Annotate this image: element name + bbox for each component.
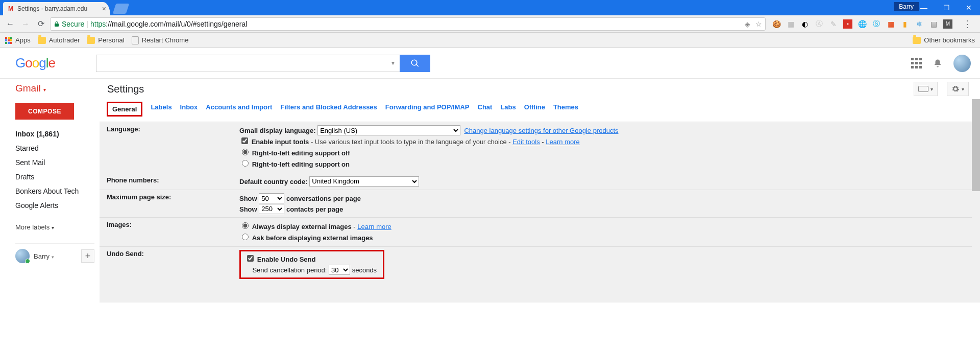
tab-strip: M Settings - barry.adam.edu ×: [0, 0, 128, 15]
hangout-name[interactable]: Barry ▾: [34, 252, 54, 260]
country-code-select[interactable]: United Kingdom: [309, 176, 419, 187]
tab-offline[interactable]: Offline: [524, 103, 545, 118]
contacts-suffix: contacts per page: [286, 205, 343, 213]
google-apps-icon[interactable]: [911, 58, 922, 68]
other-bookmarks[interactable]: Other bookmarks: [913, 36, 975, 44]
settings-gear-button[interactable]: ▾: [947, 82, 969, 96]
search-wrap: ▼: [96, 55, 430, 72]
conversations-per-page-select[interactable]: 50: [259, 193, 284, 203]
always-display-label: Always display external images: [252, 223, 352, 230]
rtl-on-radio[interactable]: [242, 160, 249, 167]
lock-icon: [54, 21, 60, 27]
row-undo-send: Undo Send: Enable Undo Send Send cancell…: [100, 247, 980, 282]
folder-icon: [38, 37, 46, 44]
ext-icon[interactable]: ▦: [886, 19, 895, 29]
ask-display-radio[interactable]: [242, 234, 249, 240]
ext-icon[interactable]: ✎: [829, 19, 838, 29]
learn-more-link[interactable]: Learn more: [546, 138, 579, 146]
sidebar-item-sent[interactable]: Sent Mail: [15, 155, 94, 170]
compose-button[interactable]: COMPOSE: [15, 103, 74, 120]
apps-shortcut[interactable]: Apps: [5, 36, 31, 44]
display-language-label: Gmail display language:: [239, 127, 316, 134]
learn-more-link[interactable]: Learn more: [357, 223, 391, 230]
tab-chat[interactable]: Chat: [478, 103, 493, 118]
close-window-button[interactable]: ✕: [958, 0, 980, 15]
browser-titlebar: M Settings - barry.adam.edu × Barry — ☐ …: [0, 0, 980, 15]
tab-themes[interactable]: Themes: [553, 103, 578, 118]
sidebar-item-starred[interactable]: Starred: [15, 141, 94, 155]
ext-icon[interactable]: 🌐: [857, 19, 867, 29]
row-pagesize: Maximum page size: Show 50 conversations…: [100, 190, 980, 218]
tab-forwarding[interactable]: Forwarding and POP/IMAP: [385, 103, 470, 118]
hangouts-self: Barry ▾ +: [15, 243, 94, 263]
ext-icon[interactable]: Ⓢ: [872, 19, 881, 29]
tab-close-icon[interactable]: ×: [102, 5, 106, 13]
always-display-radio[interactable]: [242, 222, 249, 229]
chrome-menu-icon[interactable]: ⋮: [959, 18, 976, 30]
ext-icon[interactable]: ▤: [929, 19, 938, 29]
cancellation-period-select[interactable]: 30: [329, 265, 350, 275]
sidebar-item-label[interactable]: Google Alerts: [15, 198, 94, 213]
bookmarks-bar: Apps Autotrader Personal Restart Chrome …: [0, 33, 980, 48]
notifications-icon[interactable]: [933, 59, 942, 68]
tab-labels[interactable]: Labels: [151, 103, 172, 118]
new-hangout-button[interactable]: +: [81, 249, 94, 263]
minimize-button[interactable]: —: [913, 0, 935, 15]
new-tab-button[interactable]: [113, 4, 129, 14]
scrollbar[interactable]: [972, 99, 980, 303]
ext-icon[interactable]: M: [943, 19, 952, 29]
settings-area: Language: Gmail display language: Englis…: [100, 122, 980, 303]
account-avatar[interactable]: [953, 55, 971, 72]
sidebar-item-drafts[interactable]: Drafts: [15, 170, 94, 184]
sidebar-item-inbox[interactable]: Inbox (1,861): [15, 127, 94, 141]
browser-tab[interactable]: M Settings - barry.adam.edu ×: [3, 2, 110, 15]
enable-undo-send-checkbox[interactable]: [247, 255, 254, 262]
contacts-per-page-select[interactable]: 250: [259, 204, 284, 214]
tab-accounts[interactable]: Accounts and Import: [206, 103, 272, 118]
settings-content: General Labels Inbox Accounts and Import…: [100, 99, 980, 303]
ext-icon[interactable]: ▪: [843, 19, 852, 29]
ext-icon[interactable]: ▮: [900, 19, 910, 29]
scroll-thumb[interactable]: [972, 99, 980, 191]
enable-input-tools-label: Enable input tools: [252, 138, 309, 146]
reload-button[interactable]: ⟳: [35, 18, 47, 30]
conv-suffix: conversations per page: [286, 195, 361, 202]
translate-icon[interactable]: ◈: [745, 20, 750, 28]
tab-labs[interactable]: Labs: [500, 103, 516, 118]
star-icon[interactable]: ☆: [755, 20, 762, 28]
google-logo[interactable]: Google: [15, 55, 55, 71]
bookmark-page[interactable]: Restart Chrome: [132, 36, 189, 44]
ext-icon[interactable]: Ⓐ: [815, 19, 824, 29]
row-label: Maximum page size:: [107, 193, 239, 214]
sidebar-item-label[interactable]: Bonkers About Tech: [15, 184, 94, 198]
tab-filters[interactable]: Filters and Blocked Addresses: [280, 103, 377, 118]
tab-inbox[interactable]: Inbox: [180, 103, 198, 118]
search-input[interactable]: ▼: [96, 55, 400, 72]
hangout-avatar[interactable]: [15, 249, 30, 263]
language-select[interactable]: English (US): [317, 125, 460, 135]
tab-general[interactable]: General: [112, 105, 137, 113]
bookmark-folder[interactable]: Personal: [87, 36, 124, 44]
input-tools-button[interactable]: ▾: [914, 82, 938, 96]
change-language-link[interactable]: Change language settings for other Googl…: [464, 127, 618, 134]
url-text: https://mail.google.com/mail/u/0/#settin…: [90, 20, 247, 28]
forward-button[interactable]: →: [19, 18, 32, 30]
rtl-off-radio[interactable]: [242, 149, 249, 155]
edit-tools-link[interactable]: Edit tools: [512, 138, 540, 146]
bookmark-folder[interactable]: Autotrader: [38, 36, 80, 44]
search-button[interactable]: [400, 55, 430, 72]
ext-icon[interactable]: 🍪: [772, 19, 781, 29]
cancellation-period-label: Send cancellation period:: [252, 266, 327, 274]
secure-indicator: Secure: [54, 20, 84, 28]
back-button[interactable]: ←: [4, 18, 16, 30]
ext-icon[interactable]: ❄: [915, 19, 924, 29]
maximize-button[interactable]: ☐: [935, 0, 958, 15]
gmail-dropdown[interactable]: Gmail ▾: [15, 83, 46, 94]
address-bar[interactable]: Secure | https://mail.google.com/mail/u/…: [50, 17, 766, 31]
search-options-caret-icon[interactable]: ▼: [390, 60, 396, 66]
more-labels[interactable]: More labels ▾: [15, 220, 94, 234]
ext-icon[interactable]: ▦: [786, 19, 795, 29]
ext-icon[interactable]: ◐: [800, 19, 810, 29]
enable-input-tools-checkbox[interactable]: [241, 137, 248, 144]
row-label: Language:: [107, 125, 239, 170]
